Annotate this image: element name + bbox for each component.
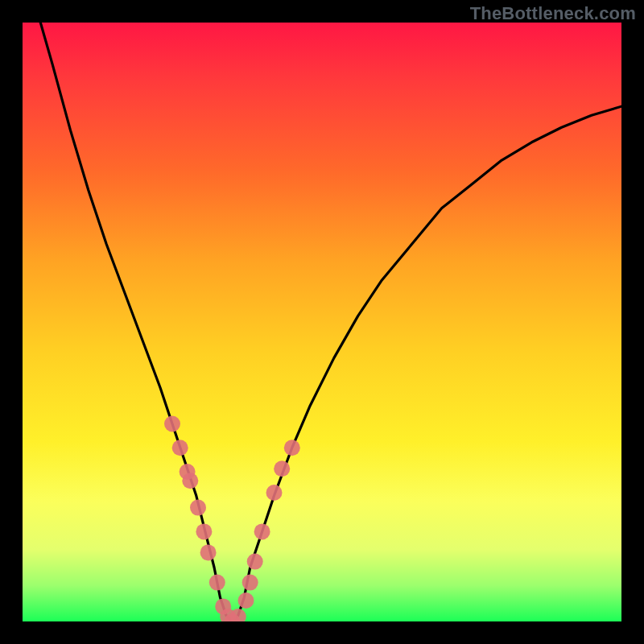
- marker-dot: [254, 523, 270, 539]
- marker-dot: [284, 440, 300, 456]
- plot-area: [23, 23, 621, 621]
- marker-dot: [164, 416, 180, 432]
- marker-dot: [200, 544, 217, 560]
- chart-svg: [23, 23, 621, 621]
- marker-dot: [209, 575, 225, 591]
- curve-path: [40, 23, 621, 621]
- marker-dot: [247, 554, 263, 570]
- outer-frame: TheBottleneck.com: [0, 0, 644, 644]
- marker-dot: [182, 473, 198, 489]
- marker-dot: [196, 523, 212, 539]
- marker-dot: [190, 500, 206, 516]
- marker-dot: [266, 485, 283, 501]
- marker-dot: [274, 460, 290, 477]
- watermark-text: TheBottleneck.com: [470, 3, 636, 24]
- marker-dot: [172, 440, 188, 456]
- marker-dot: [242, 575, 258, 591]
- marker-dot: [238, 592, 254, 609]
